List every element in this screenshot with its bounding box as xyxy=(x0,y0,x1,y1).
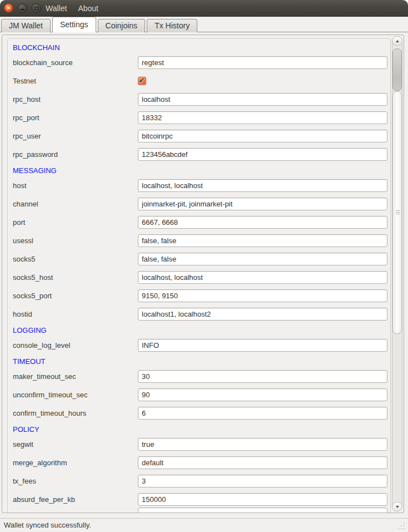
maximize-icon xyxy=(32,4,41,12)
field-tx-fees-input[interactable] xyxy=(138,475,387,487)
form-row-item xyxy=(2,508,391,513)
minimize-icon xyxy=(18,4,27,12)
close-button[interactable]: ✕ xyxy=(4,3,13,13)
field-label-testnet: Testnet xyxy=(13,75,36,87)
field-rpc-password-input[interactable] xyxy=(138,148,387,161)
field-label-rpc-port: rpc_port xyxy=(13,111,39,124)
field-label-rpc-host: rpc_host xyxy=(13,93,41,106)
form-row-socks5: socks5 xyxy=(2,253,391,265)
form-row-testnet: Testnet✔ xyxy=(2,75,391,87)
form-row-confirm-timeout-hours: confirm_timeout_hours xyxy=(2,407,391,420)
form-row-hostid: hostid xyxy=(2,308,391,321)
form-row-usessl: usessl xyxy=(2,234,391,247)
form-row-port: port xyxy=(2,216,391,229)
arrow-up-icon xyxy=(396,40,399,42)
tab-tx-history[interactable]: Tx History xyxy=(147,19,197,32)
field-rpc-user-input[interactable] xyxy=(138,130,387,142)
field-rpc-port-input[interactable] xyxy=(138,111,387,124)
field-label-hostid: hostid xyxy=(13,308,32,321)
field-host-input[interactable] xyxy=(138,179,387,192)
field-label-socks5-port: socks5_port xyxy=(13,289,52,302)
form-row-socks5-host: socks5_host xyxy=(2,271,391,284)
scroll-up-button[interactable] xyxy=(392,36,402,46)
titlebar: ✕ WalletAbout xyxy=(0,0,408,17)
form-row-absurd-fee-per-kb: absurd_fee_per_kb xyxy=(2,493,391,506)
vertical-scrollbar[interactable] xyxy=(392,36,402,511)
menu-wallet[interactable]: Wallet xyxy=(44,3,68,14)
form-row-rpc-user: rpc_user xyxy=(2,130,391,142)
field-label-rpc-password: rpc_password xyxy=(13,148,58,161)
menu-about[interactable]: About xyxy=(77,3,99,14)
form-row-rpc-password: rpc_password xyxy=(2,148,391,161)
scrollbar-thumb[interactable] xyxy=(392,48,402,91)
grip-icon xyxy=(396,210,400,215)
field-segwit-input[interactable] xyxy=(138,438,387,451)
field-label-usessl: usessl xyxy=(13,234,33,247)
arrow-down-icon xyxy=(396,506,399,508)
maximize-button[interactable] xyxy=(32,3,41,13)
section-header-blockchain: BLOCKCHAIN xyxy=(13,43,60,52)
resize-grip[interactable] xyxy=(398,523,406,530)
field-label-unconfirm-timeout-sec: unconfirm_timeout_sec xyxy=(13,388,87,401)
field-port-input[interactable] xyxy=(138,216,387,229)
form-row-merge-algorithm: merge_algorithm xyxy=(2,456,391,469)
field-confirm-timeout-hours-input[interactable] xyxy=(138,407,387,420)
field-merge-algorithm-input[interactable] xyxy=(138,456,387,469)
field-console-log-level-input[interactable] xyxy=(138,339,387,352)
tab-bar: JM WalletSettingsCoinjoinsTx History xyxy=(0,17,408,32)
tab-settings[interactable]: Settings xyxy=(52,17,96,32)
section-header-timeout: TIMEOUT xyxy=(13,357,46,366)
field-label-host: host xyxy=(13,179,27,192)
section-header-messaging: MESSAGING xyxy=(13,166,57,175)
field-label-tx-fees: tx_fees xyxy=(13,475,36,487)
field-label-console-log-level: console_log_level xyxy=(13,339,70,352)
form-row-maker-timeout-sec: maker_timeout_sec xyxy=(2,370,391,383)
field-item-input[interactable] xyxy=(138,508,387,513)
status-message: Wallet synced successfully. xyxy=(4,519,91,532)
field-label-confirm-timeout-hours: confirm_timeout_hours xyxy=(13,407,86,420)
form-row-channel: channel xyxy=(2,198,391,210)
field-usessl-input[interactable] xyxy=(138,234,387,247)
tab-jm-wallet[interactable]: JM Wallet xyxy=(1,19,51,32)
form-row-segwit: segwit xyxy=(2,438,391,451)
field-label-rpc-user: rpc_user xyxy=(13,130,41,142)
minimize-button[interactable] xyxy=(18,3,27,13)
field-socks5-input[interactable] xyxy=(138,253,387,265)
close-icon: ✕ xyxy=(4,4,13,12)
field-maker-timeout-sec-input[interactable] xyxy=(138,370,387,383)
scroll-down-button[interactable] xyxy=(392,502,402,511)
form-row-unconfirm-timeout-sec: unconfirm_timeout_sec xyxy=(2,388,391,401)
form-row-tx-fees: tx_fees xyxy=(2,475,391,487)
field-hostid-input[interactable] xyxy=(138,308,387,321)
field-rpc-host-input[interactable] xyxy=(138,93,387,106)
field-unconfirm-timeout-sec-input[interactable] xyxy=(138,388,387,401)
field-label-socks5: socks5 xyxy=(13,253,35,265)
form-row-socks5-port: socks5_port xyxy=(2,289,391,302)
field-absurd-fee-per-kb-input[interactable] xyxy=(138,493,387,506)
field-label-absurd-fee-per-kb: absurd_fee_per_kb xyxy=(13,493,75,506)
status-bar: Wallet synced successfully. xyxy=(0,518,408,532)
field-label-maker-timeout-sec: maker_timeout_sec xyxy=(13,370,76,383)
tab-coinjoins[interactable]: Coinjoins xyxy=(98,19,146,32)
section-header-policy: POLICY xyxy=(13,425,39,434)
form-row-console-log-level: console_log_level xyxy=(2,339,391,352)
field-socks5-port-input[interactable] xyxy=(138,289,387,302)
field-label-segwit: segwit xyxy=(13,438,33,451)
field-label-channel: channel xyxy=(13,198,38,210)
checkbox-testnet[interactable]: ✔ xyxy=(138,77,146,85)
field-label-blockchain-source: blockchain_source xyxy=(13,56,73,69)
form-row-host: host xyxy=(2,179,391,192)
field-channel-input[interactable] xyxy=(138,198,387,210)
scrollbar-slider[interactable] xyxy=(392,91,402,334)
field-label-socks5-host: socks5_host xyxy=(13,271,53,284)
field-label-merge-algorithm: merge_algorithm xyxy=(13,456,67,469)
field-socks5-host-input[interactable] xyxy=(138,271,387,284)
settings-tab-pane: BLOCKCHAINblockchain_sourceTestnet✔rpc_h… xyxy=(0,32,408,518)
settings-scroll-area: BLOCKCHAINblockchain_sourceTestnet✔rpc_h… xyxy=(2,35,404,513)
field-label-port: port xyxy=(13,216,25,229)
app-window: ✕ WalletAbout JM WalletSettingsCoinjoins… xyxy=(0,0,408,532)
form-row-rpc-port: rpc_port xyxy=(2,111,391,124)
field-blockchain-source-input[interactable] xyxy=(138,56,387,69)
checkmark-icon: ✔ xyxy=(139,76,145,85)
menu-bar: WalletAbout xyxy=(44,0,99,17)
